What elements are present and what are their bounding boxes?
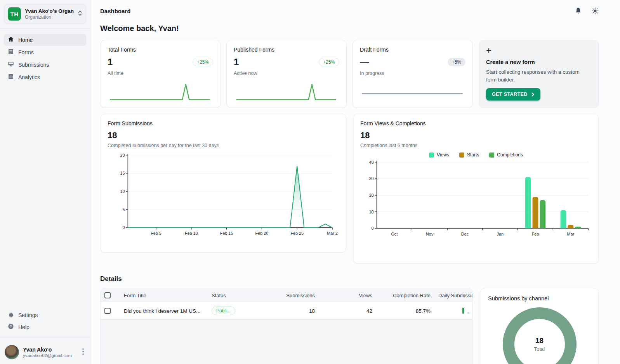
forms-table-card: Form Title Status Submissions Views Comp…	[100, 288, 473, 364]
sidebar-item-settings[interactable]: Settings	[4, 309, 86, 321]
table-header-row: Form Title Status Submissions Views Comp…	[101, 288, 473, 302]
org-type: Organization	[25, 14, 74, 20]
sidebar-item-home[interactable]: Home	[4, 34, 86, 46]
sidebar-item-submissions[interactable]: Submissions	[4, 59, 86, 71]
legend-swatch	[429, 153, 434, 158]
legend-item-starts: Starts	[459, 152, 479, 158]
table-row[interactable]: Did you think i deserver 1M US... Publi.…	[101, 302, 473, 319]
col-completion-rate: Completion Rate	[376, 288, 434, 302]
svg-text:Mar 2: Mar 2	[327, 231, 338, 236]
welcome-heading: Welcome back, Yvan!	[100, 24, 599, 33]
stat-title: Draft Forms	[360, 47, 465, 53]
channel-donut-chart: 18 Total	[502, 307, 577, 364]
stats-row: Total Forms 1 +25% All time Published Fo…	[100, 40, 599, 108]
sidebar: TH Yvan Ako'o's Organ... Organization Ho…	[0, 0, 90, 364]
sidebar-item-help[interactable]: ? Help	[4, 321, 86, 333]
svg-text:?: ?	[10, 324, 12, 328]
chevron-right-icon	[531, 92, 535, 97]
forms-icon	[8, 49, 14, 56]
svg-text:Feb 25: Feb 25	[290, 231, 304, 236]
notifications-bell-icon[interactable]	[575, 7, 582, 15]
flatline-chart	[360, 81, 465, 103]
stat-value: 1	[234, 57, 239, 68]
sidebar-nav: Home Forms Submissions Analytics	[4, 34, 86, 83]
chart-title: Form Views & Completions	[360, 120, 592, 127]
select-all-checkbox[interactable]	[104, 292, 111, 298]
svg-text:Oct: Oct	[391, 232, 398, 236]
stat-caption: All time	[108, 71, 213, 76]
svg-text:10: 10	[120, 189, 125, 194]
donut-total-value: 18	[535, 336, 544, 345]
row-checkbox[interactable]	[104, 308, 111, 314]
get-started-button[interactable]: GET STARTED	[486, 88, 540, 101]
user-email: yvanakoo02@gmail.com	[23, 353, 77, 358]
svg-text:10: 10	[369, 210, 373, 214]
svg-text:40: 40	[369, 160, 373, 165]
sidebar-divider	[0, 338, 90, 338]
cell-submissions: 18	[257, 302, 319, 319]
svg-text:Mar: Mar	[567, 232, 574, 236]
sidebar-item-analytics[interactable]: Analytics	[4, 71, 86, 83]
svg-text:15: 15	[120, 171, 125, 175]
sidebar-item-forms[interactable]: Forms	[4, 46, 86, 58]
stat-card-total-forms: Total Forms 1 +25% All time	[100, 40, 221, 108]
gear-icon	[8, 311, 14, 319]
sparkline-chart	[234, 81, 339, 103]
theme-toggle-sun-icon[interactable]	[591, 7, 599, 15]
legend-item-completions: Completions	[489, 152, 523, 158]
trend-badge: +5%	[448, 58, 465, 66]
svg-text:20: 20	[120, 153, 125, 158]
kebab-menu-icon[interactable]	[81, 347, 85, 357]
views-completions-bar-chart: 010203040OctNovDecJanFebMar	[360, 159, 592, 239]
col-status: Status	[208, 288, 257, 302]
col-submissions: Submissions	[257, 288, 319, 302]
cell-views: 42	[319, 302, 376, 319]
org-switcher[interactable]: TH Yvan Ako'o's Organ... Organization	[4, 4, 86, 24]
svg-text:30: 30	[369, 176, 373, 181]
analytics-icon	[8, 73, 14, 81]
stat-title: Total Forms	[108, 47, 213, 53]
details-row: Form Title Status Submissions Views Comp…	[100, 288, 599, 364]
views-completions-card: Form Views & Completions 18 Completions …	[353, 114, 599, 263]
sidebar-item-label: Forms	[18, 49, 34, 55]
submissions-icon	[8, 61, 14, 68]
chart-subtitle: Completed submissions per day for the la…	[108, 143, 339, 148]
details-heading: Details	[100, 275, 599, 283]
svg-text:5: 5	[122, 207, 125, 212]
table-empty-area	[101, 319, 472, 364]
legend-label: Completions	[497, 152, 523, 158]
col-views: Views	[319, 288, 376, 302]
svg-text:0: 0	[371, 226, 373, 231]
chart-metric: 18	[108, 130, 339, 140]
col-daily-submissions: Daily Submissions	[434, 288, 473, 302]
chart-title: Form Submissions	[108, 120, 339, 127]
form-submissions-card: Form Submissions 18 Completed submission…	[100, 114, 346, 253]
stat-value: —	[360, 57, 369, 68]
submissions-by-channel-card: Submissions by channel 18 Total	[480, 288, 599, 364]
user-profile[interactable]: Yvan Ako'o yvanakoo02@gmail.com	[4, 343, 86, 360]
donut-total-label: Total	[534, 346, 545, 352]
svg-text:Feb 15: Feb 15	[220, 231, 233, 236]
legend-swatch	[459, 153, 464, 158]
svg-text:Feb 10: Feb 10	[185, 231, 198, 236]
page-title: Dashboard	[100, 8, 130, 14]
trend-badge: +25%	[319, 58, 339, 66]
sidebar-item-label: Submissions	[18, 62, 49, 68]
svg-text:Jan: Jan	[497, 232, 504, 236]
legend-label: Starts	[467, 152, 479, 158]
sidebar-item-label: Settings	[18, 312, 38, 318]
sidebar-item-label: Analytics	[18, 74, 40, 80]
chevron-up-down-icon	[78, 10, 82, 18]
sparkline-chart	[108, 81, 213, 103]
org-logo: TH	[8, 7, 21, 21]
plus-icon: +	[486, 46, 592, 55]
svg-text:Feb 20: Feb 20	[255, 231, 269, 236]
create-form-description: Start collecting responses with a custom…	[486, 68, 583, 83]
home-icon	[8, 36, 14, 43]
create-form-card: + Create a new form Start collecting res…	[479, 40, 599, 108]
get-started-label: GET STARTED	[492, 92, 528, 97]
svg-text:0: 0	[122, 225, 125, 230]
trend-badge: +25%	[193, 58, 213, 66]
stat-card-published-forms: Published Forms 1 +25% Active now	[226, 40, 347, 108]
svg-text:Feb: Feb	[532, 232, 539, 236]
